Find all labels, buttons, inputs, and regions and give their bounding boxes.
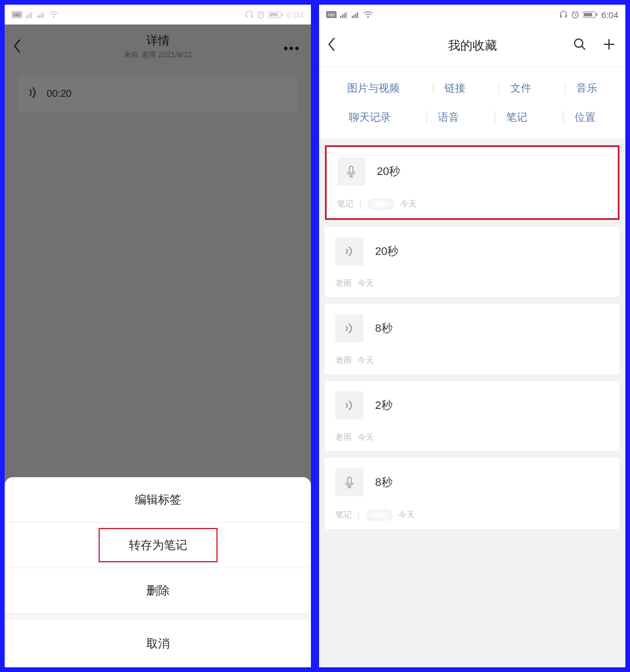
svg-point-34 bbox=[575, 39, 583, 47]
svg-rect-33 bbox=[596, 13, 597, 16]
chevron-left-icon bbox=[327, 37, 337, 52]
svg-rect-19 bbox=[340, 16, 341, 18]
favorites-list[interactable]: 20秒笔记|今天20秒老雨今天8秒老雨今天2秒老雨今天8秒笔记|今天 bbox=[319, 138, 625, 667]
wifi-icon bbox=[363, 11, 373, 18]
svg-rect-16 bbox=[282, 13, 283, 16]
cancel-button[interactable]: 取消 bbox=[5, 620, 311, 667]
category-links[interactable]: 链接 bbox=[434, 81, 476, 95]
headset-icon bbox=[245, 10, 253, 19]
status-bar: HD 6:04 bbox=[319, 5, 625, 24]
svg-rect-36 bbox=[348, 477, 351, 484]
headset-icon bbox=[559, 10, 568, 19]
favorite-item[interactable]: 8秒笔记|今天 bbox=[325, 458, 620, 529]
svg-rect-35 bbox=[349, 166, 353, 173]
search-icon bbox=[573, 37, 587, 51]
signal-icon bbox=[352, 11, 360, 18]
svg-rect-9 bbox=[43, 12, 44, 18]
save-as-note-button[interactable]: 转存为笔记 bbox=[5, 523, 311, 568]
svg-rect-29 bbox=[565, 15, 567, 18]
clock-time: 6:04 bbox=[601, 10, 618, 20]
svg-rect-32 bbox=[584, 13, 592, 16]
plus-icon bbox=[602, 37, 616, 51]
signal-icon bbox=[26, 11, 34, 18]
item-duration: 8秒 bbox=[375, 321, 393, 336]
svg-rect-22 bbox=[345, 12, 346, 18]
signal-icon bbox=[340, 11, 348, 18]
action-sheet: 编辑标签 转存为笔记 删除 取消 bbox=[5, 477, 311, 667]
edit-tags-button[interactable]: 编辑标签 bbox=[5, 477, 311, 523]
svg-rect-8 bbox=[41, 13, 42, 18]
svg-rect-7 bbox=[39, 15, 40, 18]
search-button[interactable] bbox=[573, 37, 587, 54]
sound-icon bbox=[335, 314, 363, 342]
category-location[interactable]: 位置 bbox=[564, 110, 606, 124]
svg-rect-28 bbox=[560, 15, 562, 18]
svg-rect-20 bbox=[342, 15, 343, 18]
category-tabs: 图片与视频 链接 文件 音乐 聊天记录 语音 笔记 位置 bbox=[319, 66, 625, 138]
svg-rect-3 bbox=[27, 15, 29, 18]
header: 我的收藏 bbox=[319, 24, 625, 66]
mic-icon bbox=[337, 158, 365, 186]
svg-rect-5 bbox=[31, 12, 32, 18]
delete-button[interactable]: 删除 bbox=[5, 568, 311, 614]
alarm-icon bbox=[571, 10, 579, 19]
favorite-item[interactable]: 20秒老雨今天 bbox=[325, 227, 620, 297]
alarm-icon bbox=[257, 10, 265, 19]
svg-rect-12 bbox=[251, 15, 253, 18]
item-duration: 20秒 bbox=[375, 244, 398, 259]
item-source: 老雨 bbox=[335, 278, 352, 289]
svg-rect-6 bbox=[37, 16, 38, 18]
svg-rect-25 bbox=[355, 13, 356, 18]
favorite-item[interactable]: 2秒老雨今天 bbox=[325, 381, 620, 451]
svg-rect-23 bbox=[352, 16, 353, 18]
category-voice[interactable]: 语音 bbox=[428, 110, 470, 124]
item-date: 今天 bbox=[358, 355, 374, 366]
category-images-video[interactable]: 图片与视频 bbox=[337, 81, 410, 95]
item-source: 老雨 bbox=[335, 432, 352, 443]
item-source: 笔记 bbox=[337, 199, 354, 209]
item-duration: 8秒 bbox=[375, 475, 393, 490]
svg-rect-4 bbox=[29, 13, 30, 18]
favorite-item[interactable]: 20秒笔记|今天 bbox=[325, 145, 620, 220]
svg-rect-2 bbox=[26, 16, 27, 18]
phone-right: HD 6:04 我的收藏 bbox=[319, 5, 625, 667]
clock-time: 6:04 bbox=[287, 10, 304, 20]
blurred-name bbox=[368, 198, 394, 210]
item-source: 笔记 bbox=[335, 510, 352, 520]
category-music[interactable]: 音乐 bbox=[566, 81, 608, 95]
svg-point-27 bbox=[368, 16, 369, 18]
mic-icon bbox=[335, 468, 363, 496]
svg-rect-26 bbox=[357, 12, 358, 18]
hd-icon: HD bbox=[326, 11, 337, 18]
item-date: 今天 bbox=[358, 278, 374, 289]
item-duration: 20秒 bbox=[377, 164, 400, 179]
item-duration: 2秒 bbox=[375, 398, 393, 413]
svg-rect-15 bbox=[270, 13, 278, 16]
svg-text:HD: HD bbox=[328, 12, 335, 18]
item-date: 今天 bbox=[398, 510, 415, 520]
phone-left: HD 6:04 详情 来自 老雨 2021/9/22 bbox=[5, 5, 311, 667]
favorite-item[interactable]: 8秒老雨今天 bbox=[325, 304, 620, 374]
page-title: 我的收藏 bbox=[448, 37, 497, 54]
signal-icon bbox=[37, 11, 46, 18]
sound-icon bbox=[335, 391, 363, 419]
category-chat-history[interactable]: 聊天记录 bbox=[338, 110, 401, 124]
item-source: 老雨 bbox=[335, 355, 352, 366]
status-bar: HD 6:04 bbox=[5, 5, 311, 24]
add-button[interactable] bbox=[602, 37, 616, 54]
svg-rect-21 bbox=[344, 13, 345, 18]
hd-icon: HD bbox=[12, 11, 22, 18]
item-date: 今天 bbox=[400, 199, 416, 209]
battery-icon bbox=[583, 11, 598, 18]
item-date: 今天 bbox=[358, 432, 374, 443]
category-notes[interactable]: 笔记 bbox=[496, 110, 538, 124]
battery-icon bbox=[268, 11, 284, 18]
back-button[interactable] bbox=[327, 37, 337, 54]
svg-point-10 bbox=[53, 16, 55, 18]
svg-rect-11 bbox=[246, 15, 247, 18]
wifi-icon bbox=[49, 11, 58, 18]
category-files[interactable]: 文件 bbox=[500, 81, 542, 95]
sheet-divider bbox=[5, 614, 311, 620]
svg-text:HD: HD bbox=[13, 12, 20, 18]
sound-icon bbox=[335, 237, 363, 265]
